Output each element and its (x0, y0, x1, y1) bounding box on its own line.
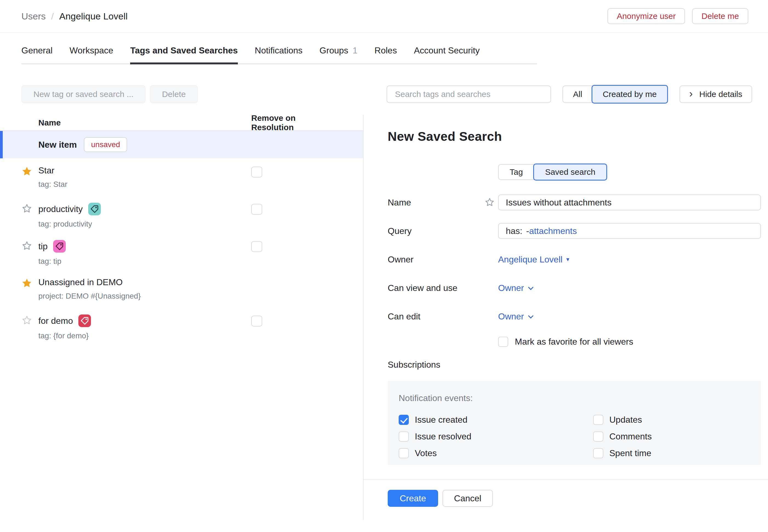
chevron-down-icon (528, 313, 533, 319)
filter-segmented-control: All Created by me (563, 85, 668, 103)
list-item-star[interactable]: Star tag: Star (0, 158, 363, 196)
favorite-star-icon[interactable] (21, 203, 38, 233)
issue-created-checkbox[interactable] (399, 415, 409, 425)
new-tag-or-saved-search-button[interactable]: New tag or saved search ... (21, 85, 145, 103)
filter-all-segment[interactable]: All (563, 90, 592, 99)
toolbar: New tag or saved search ... Delete All C… (21, 85, 752, 103)
can-edit-row: Can edit Owner (388, 302, 761, 331)
can-view-dropdown[interactable]: Owner (498, 283, 532, 293)
remove-on-resolution-cell (251, 165, 338, 196)
list-item-title: productivity (38, 203, 251, 215)
toolbar-right: All Created by me › Hide details (387, 85, 752, 103)
notification-events-grid: Issue created Updates Issue resolved Com… (399, 415, 761, 458)
hide-details-button[interactable]: › Hide details (680, 85, 752, 103)
name-input[interactable]: Issues without attachments (498, 195, 761, 210)
comments-checkbox[interactable] (593, 431, 603, 442)
detail-divider (364, 479, 768, 480)
remove-on-resolution-cell (251, 203, 338, 233)
list-item-text: for demo tag: {for demo} (38, 314, 251, 345)
column-header-name: Name (0, 118, 251, 127)
tab-workspace[interactable]: Workspace (70, 45, 113, 63)
tab-roles[interactable]: Roles (375, 45, 397, 63)
list-item-productivity[interactable]: productivity tag: productivity (0, 196, 363, 233)
breadcrumb-users-link[interactable]: Users (21, 11, 46, 22)
can-edit-label: Can edit (388, 311, 481, 322)
favorite-star-icon[interactable] (21, 277, 38, 307)
remove-on-resolution-checkbox[interactable] (251, 204, 262, 215)
breadcrumb-separator: / (51, 11, 54, 22)
event-votes: Votes (399, 448, 593, 458)
list-item-for-demo[interactable]: for demo tag: {for demo} (0, 307, 363, 345)
issue-resolved-label: Issue resolved (415, 431, 471, 442)
notification-events-label: Notification events: (399, 393, 761, 403)
list-item-unassigned-in-demo[interactable]: Unassigned in DEMO project: DEMO #{Unass… (0, 270, 363, 307)
list-item-title: New item (38, 140, 77, 150)
comments-label: Comments (609, 431, 652, 442)
remove-on-resolution-cell (251, 240, 338, 270)
query-negation: - (526, 226, 529, 236)
tab-groups[interactable]: Groups1 (319, 45, 358, 63)
mark-as-favorite-checkbox[interactable] (498, 337, 508, 347)
remove-on-resolution-checkbox[interactable] (251, 241, 262, 252)
tab-account-security[interactable]: Account Security (414, 45, 480, 63)
delete-button[interactable]: Delete (150, 85, 198, 103)
issue-created-label: Issue created (415, 415, 467, 425)
updates-checkbox[interactable] (593, 415, 603, 425)
list-item-text: tip tag: tip (38, 240, 251, 270)
cancel-button[interactable]: Cancel (442, 490, 493, 507)
tab-general[interactable]: General (21, 45, 53, 63)
saved-search-form: Tag Saved search Name Issues without att… (388, 156, 761, 507)
remove-on-resolution-checkbox[interactable] (251, 316, 262, 327)
event-comments: Comments (593, 431, 761, 442)
owner-dropdown[interactable]: Angelique Lovell ▾ (498, 254, 569, 265)
chevron-down-icon (528, 285, 533, 290)
delete-me-button[interactable]: Delete me (692, 8, 748, 24)
name-label: Name (388, 198, 481, 208)
tag-icon-teal (88, 203, 101, 215)
favorite-star-icon[interactable] (21, 165, 38, 196)
tab-notifications[interactable]: Notifications (255, 45, 302, 63)
remove-on-resolution-checkbox[interactable] (251, 167, 262, 178)
owner-label: Owner (388, 254, 481, 265)
votes-checkbox[interactable] (399, 448, 409, 458)
list-item-title: tip (38, 240, 251, 253)
search-input[interactable] (387, 85, 551, 103)
anonymize-user-button[interactable]: Anonymize user (607, 8, 685, 24)
favorite-star-icon[interactable] (21, 314, 38, 345)
can-edit-dropdown[interactable]: Owner (498, 311, 532, 322)
query-input[interactable]: has: - attachments (498, 223, 761, 239)
create-button[interactable]: Create (388, 490, 438, 507)
owner-row: Owner Angelique Lovell ▾ (388, 245, 761, 274)
type-toggle-row: Tag Saved search (388, 156, 761, 188)
tags-list-panel: Name Remove on Resolution New item unsav… (0, 115, 364, 520)
tab-tags-and-saved-searches[interactable]: Tags and Saved Searches (130, 45, 238, 63)
tab-groups-label: Groups (319, 45, 348, 55)
remove-on-resolution-cell (251, 314, 338, 345)
issue-resolved-checkbox[interactable] (399, 431, 409, 442)
list-item-subtitle: tag: tip (38, 257, 251, 266)
remove-on-resolution-cell (251, 277, 338, 307)
list-item-text: productivity tag: productivity (38, 203, 251, 233)
main-content: Name Remove on Resolution New item unsav… (0, 115, 768, 520)
can-view-dropdown-value: Owner (498, 283, 524, 293)
toolbar-left: New tag or saved search ... Delete (21, 85, 198, 103)
event-issue-created: Issue created (399, 415, 593, 425)
spent-time-checkbox[interactable] (593, 448, 603, 458)
subscriptions-row: Subscriptions (388, 356, 761, 373)
type-saved-search-segment[interactable]: Saved search (533, 164, 607, 181)
type-tag-segment[interactable]: Tag (499, 167, 534, 177)
favorite-star-icon[interactable] (21, 240, 38, 270)
tag-icon-red (78, 314, 91, 327)
favorite-star-icon[interactable] (481, 197, 498, 208)
detail-actions: Create Cancel (388, 490, 761, 507)
spent-time-label: Spent time (609, 448, 651, 458)
chevron-right-icon: › (689, 88, 693, 99)
favorite-row: Mark as favorite for all viewers (388, 331, 761, 353)
list-item-new-item[interactable]: New item unsaved (0, 131, 363, 158)
votes-label: Votes (415, 448, 437, 458)
list-item-subtitle: project: DEMO #{Unassigned} (38, 292, 251, 301)
owner-dropdown-value: Angelique Lovell (498, 254, 563, 265)
list-item-tip[interactable]: tip tag: tip (0, 233, 363, 270)
list-item-title: Unassigned in DEMO (38, 277, 251, 287)
filter-created-by-me-segment[interactable]: Created by me (592, 85, 668, 104)
